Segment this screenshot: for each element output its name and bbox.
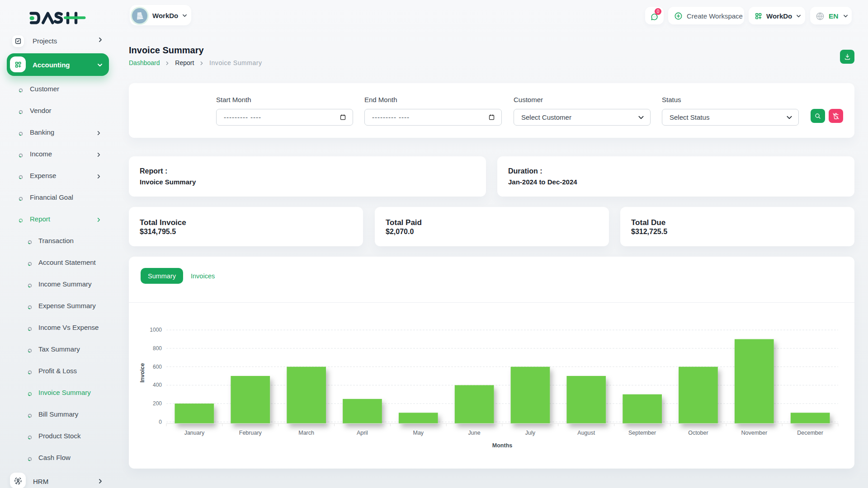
svg-text:June: June — [468, 430, 481, 436]
svg-text:600: 600 — [153, 364, 162, 370]
svg-text:Invoice: Invoice — [139, 363, 146, 382]
svg-text:September: September — [628, 430, 656, 436]
svg-text:July: July — [525, 430, 536, 436]
svg-text:0: 0 — [159, 419, 162, 425]
svg-text:800: 800 — [153, 345, 162, 352]
svg-text:1000: 1000 — [150, 327, 162, 333]
svg-text:October: October — [688, 430, 708, 436]
svg-text:400: 400 — [153, 382, 162, 388]
svg-text:200: 200 — [153, 400, 162, 407]
svg-text:May: May — [413, 430, 424, 436]
svg-text:August: August — [577, 430, 595, 436]
svg-text:April: April — [357, 430, 368, 436]
svg-text:March: March — [298, 430, 314, 436]
svg-text:January: January — [184, 430, 205, 436]
svg-text:February: February — [239, 430, 262, 436]
svg-text:December: December — [797, 430, 823, 436]
svg-text:Months: Months — [492, 442, 512, 449]
svg-text:November: November — [741, 430, 767, 436]
